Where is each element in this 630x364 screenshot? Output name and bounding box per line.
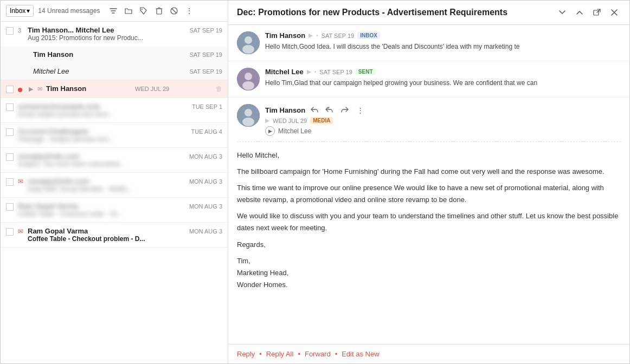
separator <box>237 141 621 142</box>
blurred-sender-1: someone@example.com <box>18 102 100 110</box>
thread-row-blurred-3[interactable]: noreply@info.com MON AUG 3 Subject: You … <box>1 148 228 172</box>
thread-checkbox-4[interactable] <box>6 128 14 136</box>
forward-btn[interactable] <box>339 104 351 116</box>
msg-flag-3: ▶ <box>265 117 269 124</box>
svg-rect-1 <box>157 9 162 14</box>
thread-checkbox-3[interactable] <box>6 103 14 111</box>
thread-row-sub-2[interactable]: Mitchel Lee SAT SEP 19 <box>1 63 228 80</box>
collapse-icon[interactable] <box>556 6 569 19</box>
msg-sender-1: Tim Hanson <box>265 31 305 40</box>
thread-group-1: 3 Tim Hanson... Mitchel Lee SAT SEP 19 A… <box>1 22 228 80</box>
thread-top-6: noreply@info.com MON AUG 3 <box>28 177 222 185</box>
row-icons-8: ✉ <box>6 227 25 236</box>
msg-header-1: Tim Hanson ▶ • SAT SEP 19 INBOX Hello Mi… <box>237 31 621 54</box>
unread-dot <box>18 88 22 92</box>
inbox-dropdown[interactable]: Inbox ▾ <box>6 5 34 17</box>
thread-checkbox-6[interactable] <box>6 178 14 186</box>
more-icon[interactable]: ⋮ <box>183 5 195 17</box>
left-panel: Inbox ▾ 14 Unread messages <box>1 1 228 363</box>
msg-preview-2: Hello Tim,Glad that our campaign helped … <box>265 78 621 88</box>
svg-point-13 <box>242 118 254 126</box>
thread-row-blurred-4[interactable]: ✉ noreply@info.com MON AUG 3 Daily Mail:… <box>1 173 228 197</box>
footer-sep-2: • <box>298 350 300 358</box>
svg-point-9 <box>245 73 252 80</box>
edit-as-new-link[interactable]: Edit as New <box>342 350 379 358</box>
thread-checkbox-2[interactable] <box>6 86 14 93</box>
expand-icon[interactable] <box>573 6 586 19</box>
msg-meta-2: Mitchel Lee ▶ • SAT SEP 19 SENT Hello Ti… <box>265 68 621 88</box>
thread-checkbox[interactable] <box>6 27 14 35</box>
inbox-label: Inbox <box>10 7 25 15</box>
avatar-3 <box>237 104 260 127</box>
avatar-1 <box>237 31 260 54</box>
msg-date-3: WED JUL 29 <box>273 118 307 124</box>
email-header: Dec: Promotions for new Products - Adver… <box>228 1 629 25</box>
more-btn-3[interactable]: ⋮ <box>354 104 366 116</box>
delete-toolbar-icon[interactable] <box>153 5 165 17</box>
thread-date-ram: MON AUG 3 <box>189 228 222 235</box>
close-icon[interactable] <box>608 6 621 19</box>
filter-icon[interactable] <box>107 5 119 17</box>
dot-sep-1: • <box>316 32 318 38</box>
thread-row-blurred-5[interactable]: Ram Gopal Verma MON AUG 3 Coffee Table -… <box>1 198 228 222</box>
thread-row[interactable]: 3 Tim Hanson... Mitchel Lee SAT SEP 19 A… <box>1 22 228 46</box>
thread-row-active[interactable]: ▶ ✉ Tim Hanson WED JUL 29 🗑 <box>1 80 228 98</box>
blurred-date-5: MON AUG 3 <box>189 203 222 210</box>
header-actions <box>556 6 621 19</box>
blurred-date-1: TUE SEP 1 <box>192 103 222 110</box>
reply-btn[interactable] <box>308 104 320 116</box>
popout-icon[interactable] <box>590 6 603 19</box>
thread-content-4: Account-Challengme TUE AUG 4 Filmyage - … <box>18 127 222 143</box>
flag-icon: ▶ <box>27 84 35 93</box>
folder-icon[interactable] <box>123 5 134 17</box>
msg-body-3: Hello Mitchel, The billboard campaign fo… <box>237 143 621 300</box>
thread-sub-content-2: Mitchel Lee SAT SEP 19 <box>33 67 222 75</box>
blurred-sender-4: noreply@info.com <box>28 177 89 185</box>
email-body: Tim Hanson ▶ • SAT SEP 19 INBOX Hello Mi… <box>228 25 629 344</box>
msg-date-2: SAT SEP 19 <box>319 69 352 75</box>
blurred-sender-3: noreply@info.com <box>18 152 80 160</box>
blurred-date-2: TUE AUG 4 <box>191 128 222 135</box>
msg-date-1: SAT SEP 19 <box>322 32 355 39</box>
thread-checkbox-8[interactable] <box>6 228 14 236</box>
thread-list: 3 Tim Hanson... Mitchel Lee SAT SEP 19 A… <box>1 22 228 363</box>
thread-group-5: noreply@info.com MON AUG 3 Subject: You … <box>1 148 228 173</box>
thread-row-sub[interactable]: Tim Hanson SAT SEP 19 <box>1 46 228 63</box>
msg-expanded-meta-3: Tim Hanson <box>265 104 621 136</box>
thread-top-8: Ram Gopal Varma MON AUG 3 <box>28 227 222 235</box>
thread-row-blurred-2[interactable]: Account-Challengme TUE AUG 4 Filmyage - … <box>1 123 228 147</box>
blurred-sender-5: Ram Gopal Verma <box>18 202 78 210</box>
thread-content-5: noreply@info.com MON AUG 3 Subject: You … <box>18 152 222 168</box>
blurred-date-3: MON AUG 3 <box>189 153 222 160</box>
msg-meta-top-1: Tim Hanson ▶ • SAT SEP 19 INBOX <box>265 31 621 40</box>
reply-all-link[interactable]: Reply All <box>266 350 294 358</box>
thread-checkbox-7[interactable] <box>6 203 14 211</box>
blurred-subject-3: Subject: You have been subscribed... <box>18 160 222 168</box>
thread-row-ram[interactable]: ✉ Ram Gopal Varma MON AUG 3 Coffee Table… <box>1 223 228 247</box>
msg-header-2: Mitchel Lee ▶ • SAT SEP 19 SENT Hello Ti… <box>237 68 621 90</box>
message-card-2[interactable]: Mitchel Lee ▶ • SAT SEP 19 SENT Hello Ti… <box>228 61 629 98</box>
mail-icon: ✉ <box>35 84 44 93</box>
body-sig: Tim,Marketing Head,Wonder Homes. <box>237 255 621 291</box>
row-delete-icon[interactable]: 🗑 <box>216 85 222 93</box>
thread-top-4: Account-Challengme TUE AUG 4 <box>18 127 222 135</box>
msg-expanded-header-3: Tim Hanson <box>237 104 621 136</box>
play-btn-3[interactable]: ▶ <box>265 126 275 136</box>
tag-icon[interactable] <box>138 5 150 17</box>
message-card-1[interactable]: Tim Hanson ▶ • SAT SEP 19 INBOX Hello Mi… <box>228 25 629 61</box>
blurred-subject-2: Filmyage - Subject preview text... <box>18 135 222 143</box>
svg-point-12 <box>245 109 252 116</box>
thread-top: Tim Hanson SAT SEP 19 <box>33 50 222 58</box>
thread-content: Tim Hanson... Mitchel Lee SAT SEP 19 Aug… <box>28 26 222 42</box>
reply-link[interactable]: Reply <box>237 350 255 358</box>
body-regards: Regards, <box>237 239 621 251</box>
thread-sender-ram: Ram Gopal Varma <box>28 227 88 235</box>
reply-all-btn[interactable] <box>324 104 336 116</box>
msg-sender-3: Tim Hanson <box>265 106 305 114</box>
thread-row-blurred-1[interactable]: someone@example.com TUE SEP 1 Email subj… <box>1 98 228 122</box>
blurred-date-4: MON AUG 3 <box>189 178 222 185</box>
block-icon[interactable] <box>168 5 180 17</box>
forward-link[interactable]: Forward <box>305 350 331 358</box>
thread-checkbox-5[interactable] <box>6 153 14 161</box>
thread-group-8: ✉ Ram Gopal Varma MON AUG 3 Coffee Table… <box>1 223 228 248</box>
